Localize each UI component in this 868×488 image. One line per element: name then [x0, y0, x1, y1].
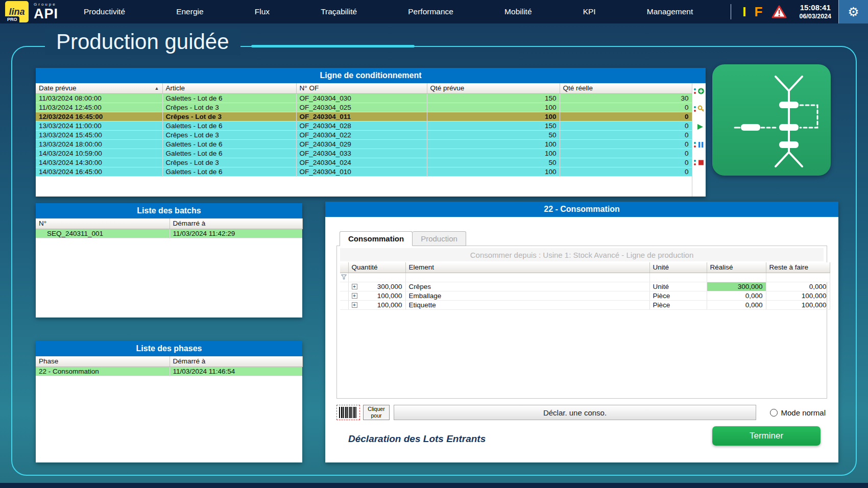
- table-row[interactable]: 14/03/2024 16:45:00Galettes - Lot de 6OF…: [36, 167, 692, 176]
- menu-item-management[interactable]: Management: [647, 7, 693, 16]
- table-row[interactable]: 13/03/2024 15:45:00Crêpes - Lot de 3OF_2…: [36, 130, 692, 139]
- lots-entrants-label: Déclaration des Lots Entrants: [348, 433, 486, 445]
- batch-row[interactable]: SEQ_240311_001 11/03/2024 11:42:29: [36, 229, 302, 238]
- menu-item-energie[interactable]: Energie: [176, 7, 203, 16]
- consumption-row[interactable]: +100,000 Emballage Pièce 0,000 100,000: [340, 291, 830, 300]
- col-header-quantite[interactable]: Quantité: [348, 262, 405, 273]
- table-row-selected[interactable]: 12/03/2024 16:45:00Crêpes - Lot de 3OF_2…: [36, 112, 692, 121]
- logo-lina-text: lina: [9, 7, 25, 17]
- conditioning-table: Date prévue▲ Article N° OF Qté prévue Qt…: [36, 83, 692, 177]
- stop-icon[interactable]: [693, 159, 705, 166]
- consumption-group-box: Consommer depuis : Usine 1: Stock Avancé…: [336, 246, 827, 399]
- table-row[interactable]: 14/03/2024 10:59:00Galettes - Lot de 6OF…: [36, 149, 692, 158]
- barcode-icon: [339, 407, 357, 418]
- tab-consommation[interactable]: Consommation: [340, 231, 413, 246]
- col-header-reste[interactable]: Reste à faire: [766, 262, 830, 273]
- menu-item-tracabilite[interactable]: Traçabilité: [321, 7, 357, 16]
- radio-label: Mode normal: [781, 408, 826, 417]
- col-header-phase-started[interactable]: Démarré à: [170, 356, 302, 367]
- pause-icon[interactable]: [693, 141, 705, 149]
- gear-icon: ⚙: [848, 5, 859, 19]
- filter-funnel-icon[interactable]: [341, 274, 347, 280]
- clock-time: 15:08:41: [799, 3, 831, 13]
- col-header-qte-reelle[interactable]: Qté réelle: [560, 83, 692, 93]
- col-header-batch-n[interactable]: N°: [36, 218, 170, 229]
- consumption-tabs: Consommation Production: [340, 231, 466, 246]
- table-row[interactable]: 11/03/2024 12:45:00Crêpes - Lot de 3OF_2…: [36, 103, 692, 112]
- clock-date: 06/03/2024: [799, 13, 831, 21]
- workflow-diagram-button[interactable]: [712, 64, 831, 176]
- consumption-row[interactable]: +300,000 Crêpes Unité 300,000 0,000: [340, 282, 830, 291]
- main-content: Production guidée Ligne de conditionneme…: [0, 23, 868, 483]
- key-icon[interactable]: [693, 105, 705, 113]
- phase-table: Phase Démarré à 22 - Consommation 11/03/…: [36, 356, 303, 376]
- conditioning-panel-title: Ligne de conditionnement: [36, 68, 706, 83]
- production-guidee-screen: lina PRO Groupe API Productivité Energie…: [0, 0, 868, 488]
- menu-item-performance[interactable]: Performance: [408, 7, 453, 16]
- col-header-phase[interactable]: Phase: [36, 356, 170, 367]
- play-icon[interactable]: [693, 123, 705, 131]
- phase-panel-title: Liste des phases: [36, 341, 302, 356]
- col-header-gutter: [340, 262, 348, 273]
- radio-circle-icon: [770, 409, 778, 417]
- topbar-divider: [731, 4, 731, 19]
- col-header-unite[interactable]: Unité: [649, 262, 707, 273]
- consumption-row[interactable]: +100,000 Etiquette Pièce 0,000 100,000: [340, 300, 830, 309]
- warning-triangle-icon[interactable]: [771, 5, 787, 18]
- consumption-panel-title: 22 - Consommation: [325, 202, 838, 217]
- batch-list-panel: Liste des batchs N° Démarré à SEQ_240311…: [36, 203, 302, 318]
- indicator-i-icon[interactable]: I: [742, 4, 746, 20]
- col-header-date-prevue[interactable]: Date prévue▲: [36, 83, 162, 93]
- table-action-toolbar: [692, 83, 706, 197]
- batch-table: N° Démarré à SEQ_240311_001 11/03/2024 1…: [36, 218, 303, 238]
- add-order-icon[interactable]: [693, 87, 705, 95]
- expand-icon[interactable]: +: [352, 284, 357, 289]
- tab-production[interactable]: Production: [413, 231, 466, 246]
- menu-item-kpi[interactable]: KPI: [583, 7, 596, 16]
- phase-list-panel: Liste des phases Phase Démarré à 22 - Co…: [36, 341, 302, 462]
- menu-item-flux[interactable]: Flux: [255, 7, 270, 16]
- col-header-realise[interactable]: Réalisé: [707, 262, 766, 273]
- col-header-qte-prevue[interactable]: Qté prévue: [427, 83, 560, 93]
- clock-display: 15:08:41 06/03/2024: [799, 3, 831, 20]
- groupe-api-logo[interactable]: Groupe API: [34, 3, 58, 21]
- table-row[interactable]: 11/03/2024 08:00:00Galettes - Lot de 6OF…: [36, 93, 692, 103]
- table-row[interactable]: 14/03/2024 14:30:00Crêpes - Lot de 3OF_2…: [36, 158, 692, 167]
- filter-row[interactable]: [340, 273, 830, 282]
- expand-icon[interactable]: +: [352, 302, 357, 308]
- terminer-button[interactable]: Terminer: [712, 426, 821, 446]
- indicator-f-icon[interactable]: F: [755, 4, 763, 20]
- menu-item-mobilite[interactable]: Mobilité: [504, 7, 532, 16]
- consumption-panel: 22 - Consommation Consommation Productio…: [325, 202, 838, 462]
- lina-pro-logo[interactable]: lina PRO: [5, 1, 29, 22]
- settings-button[interactable]: ⚙: [838, 0, 868, 23]
- phase-row[interactable]: 22 - Consommation 11/03/2024 11:46:54: [36, 367, 302, 376]
- realise-value-cell: 300,000: [707, 282, 766, 291]
- col-header-n-of[interactable]: N° OF: [296, 83, 427, 93]
- workflow-diagram-icon: [712, 64, 831, 176]
- logo-api-text: API: [34, 7, 58, 21]
- col-header-article[interactable]: Article: [162, 83, 296, 93]
- menu-item-productivite[interactable]: Productivité: [84, 7, 125, 16]
- table-row[interactable]: 13/03/2024 11:00:00Galettes - Lot de 6OF…: [36, 121, 692, 130]
- consumption-table: Quantité Element Unité Réalisé Reste à f…: [340, 262, 830, 310]
- col-header-element[interactable]: Element: [405, 262, 649, 273]
- expand-icon[interactable]: +: [352, 293, 357, 299]
- col-header-batch-started[interactable]: Démarré à: [170, 218, 302, 229]
- logo-pro-badge: PRO: [5, 16, 19, 22]
- consumption-controls: Cliquer pour Déclar. une conso. Mode nor…: [336, 405, 826, 420]
- consumption-source-label: Consommer depuis : Usine 1: Stock Avancé…: [340, 248, 824, 261]
- mode-normal-radio[interactable]: Mode normal: [770, 408, 826, 417]
- window-bottom-edge: [0, 483, 868, 488]
- title-accent-line: [251, 45, 415, 47]
- sort-asc-icon: ▲: [155, 86, 159, 91]
- conditioning-line-panel: Ligne de conditionnement Date prévue▲ Ar…: [36, 68, 706, 197]
- page-title: Production guidée: [45, 29, 240, 55]
- main-menu: Productivité Energie Flux Traçabilité Pe…: [84, 7, 693, 16]
- barcode-scan-widget[interactable]: [336, 405, 360, 420]
- table-row[interactable]: 13/03/2024 18:00:00Galettes - Lot de 6OF…: [36, 139, 692, 149]
- top-navigation-bar: lina PRO Groupe API Productivité Energie…: [0, 0, 868, 23]
- batch-panel-title: Liste des batchs: [36, 203, 302, 218]
- barcode-click-button[interactable]: Cliquer pour: [363, 405, 390, 420]
- declare-consumption-button[interactable]: Déclar. une conso.: [394, 405, 756, 420]
